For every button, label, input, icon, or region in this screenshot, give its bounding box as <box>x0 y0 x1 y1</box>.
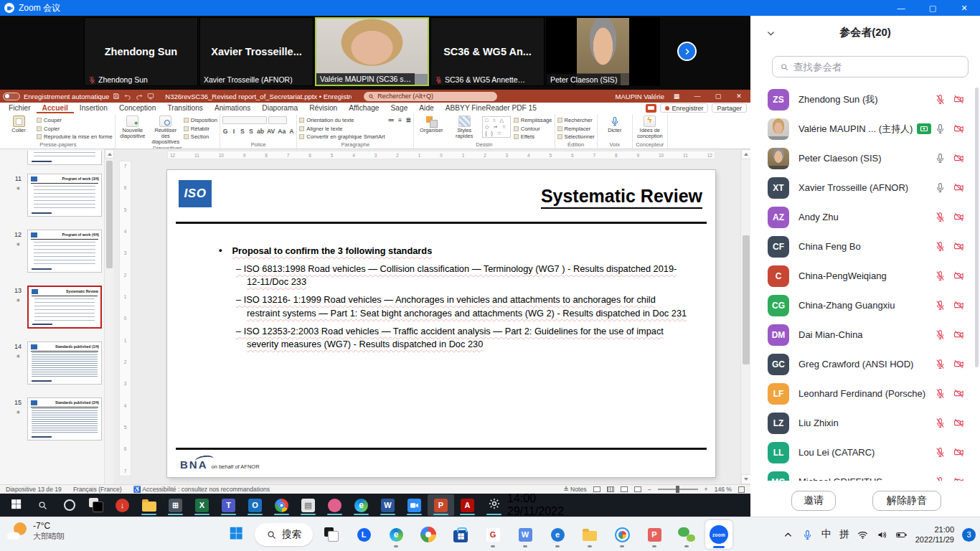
ribbon-display-options-icon[interactable]: ▦ <box>668 90 685 103</box>
word-app[interactable]: W <box>374 494 401 516</box>
ribbon-button-remplacer[interactable]: Remplacer <box>557 126 595 132</box>
slide-sorter-icon[interactable] <box>607 486 614 492</box>
slide-thumbnail-14[interactable]: 14∗Standards published (1/4) <box>0 342 113 392</box>
settings-app[interactable] <box>481 494 507 516</box>
slide-thumbnail-partial[interactable] <box>0 151 113 168</box>
ribbon-button-orientation-du-texte[interactable]: Orientation du texte <box>299 117 385 123</box>
format-button[interactable]: G <box>222 128 228 135</box>
fit-slide-icon[interactable] <box>738 486 745 493</box>
format-button[interactable]: A <box>288 128 294 135</box>
zoom-percentage[interactable]: 146 % <box>715 486 732 493</box>
ribbon-button-copier[interactable]: Copier <box>37 126 113 132</box>
participant-row[interactable]: DMDai Mian-China <box>750 320 976 349</box>
browser-app[interactable]: e <box>544 520 571 549</box>
tab-affichage[interactable]: Affichage <box>343 103 385 113</box>
microphone-tray-icon[interactable] <box>802 529 814 540</box>
shape-gallery[interactable]: □ ○ △◇ ⇒ ☆{ } ☆ <box>482 116 510 138</box>
participants-scrollbar[interactable] <box>975 88 979 367</box>
start-button[interactable] <box>222 520 250 549</box>
participant-row[interactable]: CChina-PengWeiqiang <box>750 261 976 291</box>
clock[interactable]: 21:00 2022/11/29 <box>915 524 954 545</box>
tab-abbyy-finereader-pdf-15[interactable]: ABBYY FineReader PDF 15 <box>440 103 542 113</box>
ribbon-button-r-utiliser-des-diapositives[interactable]: Réutiliser des diapositives <box>151 114 181 145</box>
calculator-app[interactable]: ⊞ <box>162 494 189 516</box>
search-button[interactable] <box>29 494 56 516</box>
format-button[interactable]: ≔ <box>388 116 395 123</box>
ribbon-button-contour[interactable]: Contour <box>514 126 552 132</box>
participant-row[interactable]: GCGreg Crawford (ANSI HOD) <box>750 349 976 379</box>
format-button[interactable]: S <box>248 128 254 135</box>
format-button[interactable]: Aa <box>278 128 286 135</box>
shared-taskbar-clock[interactable]: 14:00 29/11/2022 <box>507 492 564 518</box>
notes-button[interactable]: ≜ Notes <box>564 486 587 493</box>
ribbon-button-aligner-le-texte[interactable]: Aligner le texte <box>299 126 385 132</box>
cortana-button[interactable] <box>56 494 83 516</box>
invite-button[interactable]: 邀请 <box>791 491 836 511</box>
format-button[interactable]: S <box>240 128 245 135</box>
document-title[interactable]: N326revSC36_Revised report_of_Secretaria… <box>165 93 352 100</box>
save-icon[interactable] <box>113 93 120 100</box>
participant-row[interactable]: MGMichael GRIFFITHS <box>750 467 976 481</box>
slide-thumbnail-15[interactable]: 15∗Standards published (2/4) <box>0 397 113 448</box>
slideshow-view-icon[interactable] <box>634 486 641 492</box>
ribbon-button-dicter[interactable]: Dicter <box>600 114 630 133</box>
zoom-in-button[interactable]: + <box>705 486 708 493</box>
participant-row[interactable]: Valérie MAUPIN ... (主持人) <box>750 114 976 143</box>
ribbon-button-reproduire-la-mise-en-forme[interactable]: Reproduire la mise en forme <box>37 133 113 140</box>
pdf-app[interactable]: P <box>641 520 668 549</box>
media-app[interactable] <box>415 520 442 549</box>
ppt-search-box[interactable]: Rechercher (Alt+Q) <box>364 92 497 101</box>
redo-icon[interactable] <box>136 93 143 100</box>
unmute-all-button[interactable]: 解除静音 <box>872 491 941 511</box>
acrobat-app[interactable]: A <box>454 494 481 516</box>
slide-thumbnail-12[interactable]: 12∗Program of work (4/4) <box>0 230 113 280</box>
participant-row[interactable]: Peter Claeson (SIS) <box>750 143 976 173</box>
wps-app[interactable]: W <box>512 520 539 549</box>
notes-app[interactable]: ▤ <box>295 494 321 516</box>
chrome-app[interactable] <box>268 494 295 516</box>
participant-search-input[interactable] <box>793 62 948 72</box>
ribbon-button-organiser[interactable]: Organiser <box>416 114 446 133</box>
ribbon-button-convertir-en-graphique-smartart[interactable]: Convertir en graphique SmartArt <box>299 133 385 140</box>
edge-app[interactable]: e <box>348 494 374 516</box>
close-button[interactable]: ✕ <box>948 0 980 16</box>
tab-fichier[interactable]: Fichier <box>3 103 37 113</box>
video-tile-1[interactable]: Zhendong SunZhendong Sun <box>84 17 198 86</box>
participant-row[interactable]: AZAndy Zhu <box>750 202 976 232</box>
qq-app[interactable] <box>608 520 636 549</box>
taskbar-search-box[interactable]: 搜索 <box>255 523 313 546</box>
tab-transitions[interactable]: Transitions <box>161 103 208 113</box>
ribbon-button-couper[interactable]: Couper <box>37 117 113 123</box>
tab-insertion[interactable]: Insertion <box>74 103 113 113</box>
video-tile-2[interactable]: Xavier Trosseille...Xavier Trosseille (A… <box>199 17 314 86</box>
wechat-app[interactable] <box>673 520 700 549</box>
file-explorer[interactable] <box>136 494 162 516</box>
participant-row[interactable]: CFChina Feng Bo <box>750 232 976 261</box>
slideshow-icon[interactable] <box>147 93 154 100</box>
undo-icon[interactable] <box>124 93 131 100</box>
participant-row[interactable]: LFLeonhard Ferdinand (Porsche) <box>750 379 976 408</box>
store-app[interactable] <box>447 520 474 549</box>
task-view-button[interactable] <box>318 520 345 549</box>
pinyin-indicator[interactable]: 拼 <box>839 528 849 541</box>
participant-search-box[interactable] <box>772 56 969 77</box>
participant-row[interactable]: CGChina-Zhang Guangxiu <box>750 291 976 320</box>
participant-row[interactable]: LZLiu Zhixin <box>750 408 976 438</box>
ribbon-button-nouvelle-diapositive[interactable]: Nouvelle diapositive <box>118 114 148 139</box>
start-button[interactable] <box>3 494 29 516</box>
media-pink-app[interactable] <box>321 494 348 516</box>
video-tile-5[interactable]: Peter Claeson (SIS) <box>546 17 660 86</box>
format-button[interactable]: AV <box>267 128 275 135</box>
volume-icon[interactable] <box>877 529 888 540</box>
powerpoint-app[interactable]: P <box>428 494 454 516</box>
participant-row[interactable]: LLLou Lei (CATARC) <box>750 438 976 467</box>
zoom-app[interactable]: zoom <box>705 520 732 549</box>
ribbon-button-styles-rapides[interactable]: Styles rapides <box>449 114 479 139</box>
share-button[interactable]: Partager <box>712 103 747 113</box>
video-tile-4[interactable]: SC36 & WG5 An...SC36 & WG5 Annette… <box>430 17 545 86</box>
task-view-button[interactable] <box>83 494 109 516</box>
ppt-close-button[interactable]: ✕ <box>730 90 748 103</box>
excel-app[interactable]: X <box>189 494 215 516</box>
ribbon-button-effets[interactable]: Effets <box>514 133 552 140</box>
ribbon-button-section[interactable]: Section <box>184 133 217 140</box>
